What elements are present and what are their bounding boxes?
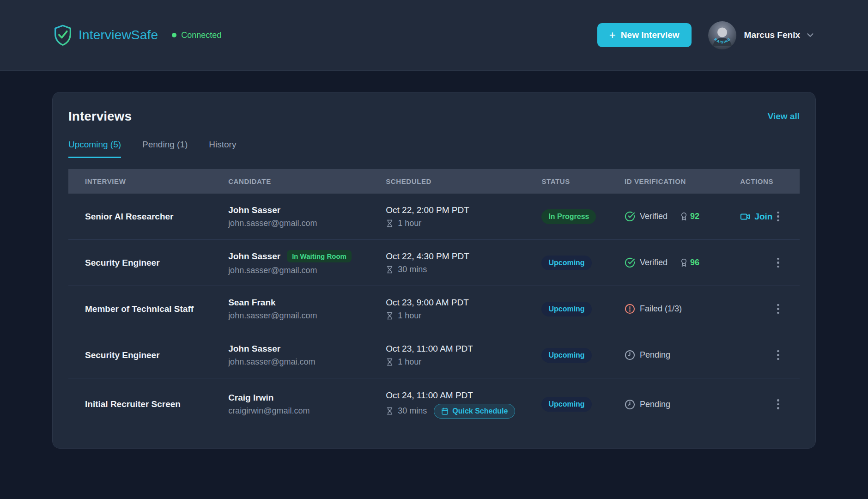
schedule-datetime: Oct 23, 9:00 AM PDT [386,298,541,308]
kebab-menu-button[interactable] [774,301,782,317]
hourglass-icon [386,312,394,320]
verification-label: Failed (1/3) [640,304,682,314]
verification-score: 96 [680,258,699,268]
column-header-scheduled: Scheduled [386,177,541,185]
connection-status: Connected [172,30,221,40]
score-value: 92 [690,212,699,221]
table-header-row: Interview Candidate Scheduled Status ID … [68,169,800,194]
check-circle-icon [625,211,635,222]
interview-title: Senior AI Researcher [85,212,174,221]
duration-label: 1 hour [398,357,421,367]
hourglass-icon [386,266,394,274]
kebab-menu-button[interactable] [774,209,782,225]
hourglass-icon [386,407,394,415]
column-header-id-verification: ID Verification [625,177,740,185]
duration-label: 1 hour [398,219,421,228]
candidate-name: Sean Frank [228,298,275,308]
verification-label: Pending [640,400,670,409]
interviews-table: Interview Candidate Scheduled Status ID … [68,169,800,430]
kebab-menu-button[interactable] [774,255,782,271]
table-row: Initial Recruiter Screen Craig Irwin cra… [68,378,800,430]
schedule-datetime: Oct 22, 4:30 PM PDT [386,251,541,262]
clock-icon [625,399,635,410]
candidate-name: John Sasser [228,205,280,215]
duration-label: 1 hour [398,311,421,321]
join-label: Join [754,212,772,222]
interviews-card: Interviews View all Upcoming (5) Pending… [52,92,816,449]
new-interview-button[interactable]: + New Interview [597,23,692,47]
table-row: Security Engineer John Sasser In Waiting… [68,240,800,286]
verification-label: Verified [640,258,668,268]
chevron-down-icon [805,30,815,40]
tab-bar: Upcoming (5) Pending (1) History [68,140,800,158]
brand-name: InterviewSafe [79,28,158,43]
tab-upcoming[interactable]: Upcoming (5) [68,140,121,158]
video-icon [740,212,750,222]
connection-label: Connected [181,30,221,40]
column-header-candidate: Candidate [228,177,386,185]
alert-circle-icon [625,304,635,314]
brand: InterviewSafe [53,24,158,46]
candidate-email: john.sasser@gmail.com [228,311,386,321]
candidate-name: Craig Irwin [228,393,273,403]
candidate-email: john.sasser@gmail.com [228,266,386,275]
new-interview-label: New Interview [621,30,680,40]
candidate-email: john.sasser@gmail.com [228,219,386,228]
plus-icon: + [609,30,616,41]
calendar-icon [441,408,449,415]
page-title: Interviews [68,109,132,124]
award-icon [680,258,688,267]
duration-label: 30 mins [398,406,427,416]
join-button[interactable]: Join [740,212,772,222]
clock-icon [625,350,635,360]
verification-score: 92 [680,212,699,221]
status-badge: Upcoming [541,348,591,363]
status-badge: Upcoming [541,397,591,412]
interview-title: Security Engineer [85,258,160,268]
status-badge: In Progress [541,209,596,224]
interview-title: Member of Technical Staff [85,304,194,314]
interview-title: Security Engineer [85,350,160,360]
view-all-link[interactable]: View all [768,111,800,122]
status-badge: Upcoming [541,302,591,316]
candidate-email: craigirwin@gmail.com [228,406,386,416]
main-content: Interviews View all Upcoming (5) Pending… [0,71,868,449]
schedule-datetime: Oct 23, 11:00 AM PDT [386,344,541,354]
verification-label: Verified [640,212,668,221]
hourglass-icon [386,358,394,366]
duration-label: 30 mins [398,265,427,274]
table-row: Senior AI Researcher John Sasser john.sa… [68,194,800,240]
candidate-name: John Sasser [228,344,280,354]
verification-label: Pending [640,350,670,360]
column-header-interview: Interview [68,177,228,185]
column-header-status: Status [541,177,625,185]
schedule-datetime: Oct 24, 11:00 AM PDT [386,390,541,401]
shield-check-logo-icon [53,24,73,46]
kebab-menu-button[interactable] [774,347,782,363]
top-bar: InterviewSafe Connected + New Interview … [0,0,868,71]
connection-dot-icon [172,33,176,37]
waiting-room-badge: In Waiting Room [287,250,352,262]
user-name: Marcus Fenix [744,30,800,40]
status-badge: Upcoming [541,256,591,270]
hourglass-icon [386,219,394,227]
quick-schedule-label: Quick Schedule [452,407,508,415]
tab-pending[interactable]: Pending (1) [142,140,188,158]
avatar: RAISING SEED [708,21,736,49]
table-row: Member of Technical Staff Sean Frank joh… [68,286,800,332]
tab-history[interactable]: History [209,140,236,158]
quick-schedule-button[interactable]: Quick Schedule [434,404,515,419]
candidate-email: john.sasser@gmai.com [228,357,386,367]
table-row: Security Engineer John Sasser john.sasse… [68,332,800,378]
user-menu[interactable]: RAISING SEED Marcus Fenix [708,21,815,49]
candidate-name: John Sasser [228,251,280,262]
interview-title: Initial Recruiter Screen [85,399,181,409]
score-value: 96 [690,258,699,268]
award-icon [680,212,688,221]
kebab-menu-button[interactable] [774,396,782,412]
check-circle-icon [625,257,635,268]
column-header-actions: Actions [740,177,800,185]
schedule-datetime: Oct 22, 2:00 PM PDT [386,205,541,215]
